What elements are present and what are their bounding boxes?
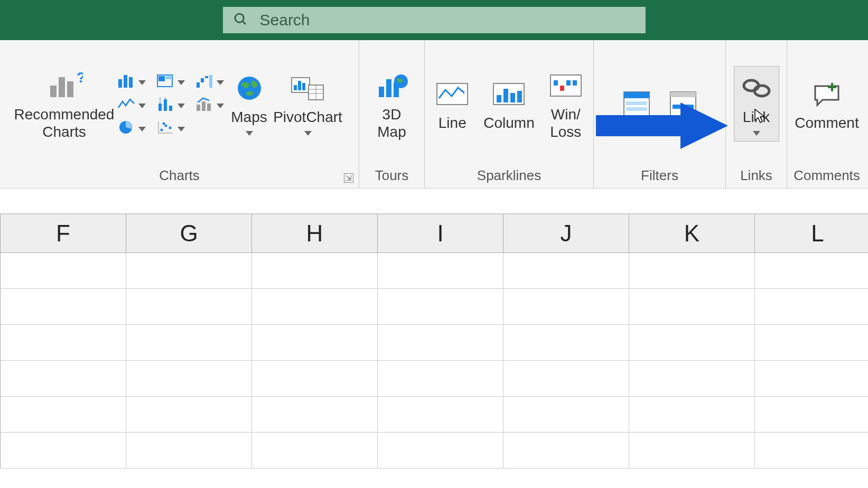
- cell[interactable]: [126, 325, 252, 361]
- formula-bar[interactable]: [0, 189, 868, 214]
- recommended-charts-button[interactable]: ? Recommended Charts: [17, 63, 112, 144]
- cell[interactable]: [126, 289, 252, 325]
- cell[interactable]: [378, 253, 503, 289]
- cell[interactable]: [503, 325, 629, 361]
- pivotchart-button[interactable]: PivotChart: [274, 66, 342, 141]
- cell[interactable]: [629, 325, 755, 361]
- column-header[interactable]: G: [126, 214, 252, 252]
- cell[interactable]: [503, 361, 629, 397]
- cell[interactable]: [252, 361, 378, 397]
- pivotchart-icon: [290, 70, 326, 107]
- chevron-down-icon: [217, 101, 223, 107]
- chevron-down-icon: [217, 78, 223, 84]
- sparkline-line-button[interactable]: Line: [430, 72, 474, 135]
- svg-rect-15: [209, 75, 212, 88]
- sparkline-column-button[interactable]: Column: [478, 72, 540, 135]
- chevron-down-icon: [138, 124, 145, 130]
- cell[interactable]: [378, 397, 503, 433]
- cell[interactable]: [755, 397, 868, 433]
- spreadsheet-grid: FGHIJKL: [0, 214, 868, 468]
- pie-chart-button[interactable]: [115, 118, 147, 136]
- recommended-charts-icon: ?: [46, 67, 83, 104]
- column-header[interactable]: F: [1, 214, 126, 252]
- svg-rect-13: [201, 78, 204, 82]
- globe-icon: [235, 70, 264, 107]
- cell[interactable]: [1, 289, 126, 325]
- cell[interactable]: [1, 397, 126, 433]
- cell[interactable]: [755, 361, 868, 397]
- cell[interactable]: [629, 253, 755, 289]
- cell[interactable]: [126, 253, 252, 289]
- cell[interactable]: [252, 433, 378, 468]
- grid-row: [0, 433, 868, 468]
- timeline-button[interactable]: [661, 82, 705, 126]
- cell[interactable]: [755, 253, 868, 289]
- cell[interactable]: [755, 325, 868, 361]
- column-header[interactable]: J: [503, 214, 629, 252]
- svg-rect-3: [59, 77, 65, 97]
- hierarchy-chart-button[interactable]: [154, 72, 186, 90]
- column-header[interactable]: K: [629, 214, 755, 252]
- column-header[interactable]: I: [378, 214, 503, 252]
- svg-point-27: [160, 128, 163, 131]
- svg-rect-52: [560, 86, 564, 91]
- cell[interactable]: [378, 289, 503, 325]
- cell[interactable]: [629, 433, 755, 468]
- cell[interactable]: [503, 433, 629, 468]
- search-box[interactable]: Search: [223, 7, 646, 33]
- grid-row: [0, 361, 868, 397]
- cell[interactable]: [252, 325, 378, 361]
- cell[interactable]: [629, 397, 755, 433]
- svg-text:?: ?: [77, 70, 83, 86]
- titlebar: Search: [0, 0, 868, 40]
- cell[interactable]: [629, 289, 755, 325]
- cell[interactable]: [1, 361, 126, 397]
- slicer-icon: [621, 86, 652, 123]
- statistic-chart-button[interactable]: [154, 95, 186, 113]
- cell[interactable]: [126, 397, 252, 433]
- combo-chart-button[interactable]: [193, 95, 225, 113]
- svg-rect-53: [566, 80, 571, 86]
- cell[interactable]: [503, 253, 629, 289]
- svg-point-0: [235, 14, 244, 22]
- column-header[interactable]: L: [755, 214, 868, 252]
- cell[interactable]: [1, 325, 126, 361]
- waterfall-chart-button[interactable]: [193, 72, 225, 90]
- scatter-chart-button[interactable]: [154, 118, 186, 136]
- 3d-map-icon: [374, 67, 410, 104]
- column-chart-button[interactable]: [115, 72, 147, 90]
- comment-button[interactable]: Comment: [789, 72, 864, 135]
- svg-rect-41: [386, 79, 391, 97]
- maps-button[interactable]: Maps: [228, 66, 270, 141]
- svg-rect-14: [205, 76, 208, 78]
- group-tours: 3D Map Tours: [359, 40, 425, 188]
- cell[interactable]: [755, 289, 868, 325]
- svg-rect-17: [164, 99, 167, 111]
- column-headers: FGHIJKL: [0, 214, 868, 253]
- cell[interactable]: [629, 361, 755, 397]
- svg-line-1: [242, 21, 246, 24]
- cell[interactable]: [503, 397, 629, 433]
- line-chart-button[interactable]: [115, 95, 147, 113]
- cell[interactable]: [252, 289, 378, 325]
- cell[interactable]: [126, 361, 252, 397]
- sparkline-winloss-icon: [549, 67, 582, 104]
- cell[interactable]: [252, 397, 378, 433]
- cell[interactable]: [378, 361, 503, 397]
- comment-icon: [811, 76, 843, 112]
- cell[interactable]: [755, 433, 868, 468]
- cell[interactable]: [126, 433, 252, 468]
- sparkline-winloss-button[interactable]: Win/ Loss: [544, 63, 588, 144]
- column-header[interactable]: H: [252, 214, 378, 252]
- cell[interactable]: [378, 433, 503, 468]
- charts-dialog-launcher[interactable]: ⇲: [344, 173, 353, 183]
- cell[interactable]: [252, 253, 378, 289]
- cell[interactable]: [1, 433, 126, 468]
- link-button[interactable]: Link: [734, 66, 779, 141]
- svg-point-31: [238, 77, 261, 100]
- cell[interactable]: [1, 253, 126, 289]
- cell[interactable]: [503, 289, 629, 325]
- 3d-map-button[interactable]: 3D Map: [368, 63, 416, 144]
- slicer-button[interactable]: [615, 82, 658, 126]
- cell[interactable]: [378, 325, 503, 361]
